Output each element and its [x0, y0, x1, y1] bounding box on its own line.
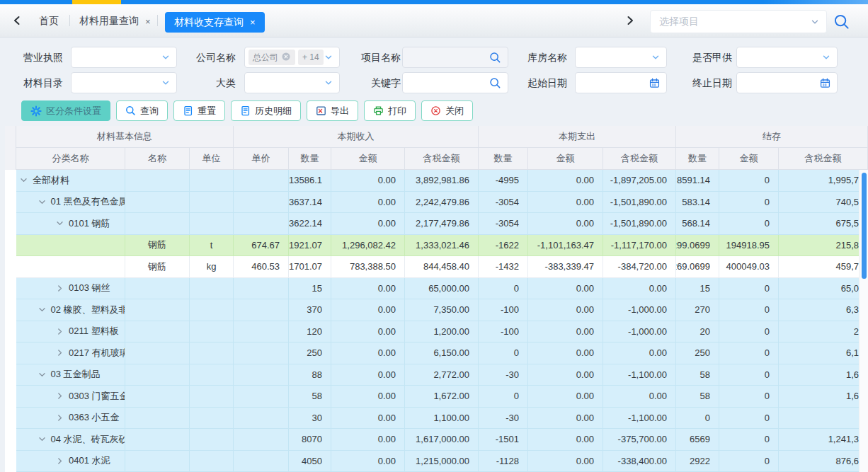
collapse-arrow-icon[interactable] [56, 457, 64, 465]
table-row[interactable]: 全部材料13586.10.003,892,981.86-49950.00-1,8… [5, 170, 868, 192]
calendar-icon[interactable] [649, 78, 660, 88]
expand-arrow-icon[interactable] [56, 219, 64, 227]
collapse-arrow-icon[interactable] [56, 328, 64, 335]
value-cell: -375,700.00 [603, 429, 676, 451]
table-row[interactable]: 钢筋t674.671921.071,296,082.421,333,021.46… [5, 235, 868, 257]
tab-divider [157, 15, 158, 26]
warehouse-name-select[interactable] [575, 47, 667, 68]
tabs-back-icon[interactable] [11, 15, 23, 26]
vertical-scrollbar-thumb[interactable] [862, 173, 867, 279]
value-cell: 0.00 [331, 170, 405, 192]
table-row[interactable]: 0303 门窗五金580.001,672.0000.000.005801,6 [5, 386, 868, 408]
expand-arrow-icon[interactable] [38, 435, 46, 443]
table-row[interactable]: 01 黑色及有色金属3637.140.002,242,479.86-30540.… [5, 192, 868, 214]
table-row[interactable]: 0217 有机玻璃2500.006,150.0000.000.0025006,1 [5, 343, 868, 364]
table-row[interactable]: 0103 钢丝150.0065,000.0000.000.0015065,0 [5, 278, 868, 300]
table-row[interactable]: 钢筋kg460.531701.07783,388.50844,458.40-14… [5, 256, 868, 278]
doc-icon [183, 105, 193, 116]
category-name: 0401 水泥 [69, 454, 110, 467]
name-cell [125, 386, 190, 408]
tabs-forward-icon[interactable] [624, 15, 636, 26]
value-cell: 0.00 [528, 170, 603, 192]
expand-arrow-icon[interactable] [38, 306, 46, 313]
value-cell [234, 364, 289, 386]
value-cell: 20 [676, 321, 719, 343]
expand-arrow-icon[interactable] [38, 198, 46, 206]
category-name: 0217 有机玻璃 [69, 347, 125, 359]
collapse-arrow-icon[interactable] [56, 349, 64, 357]
category-cell: 04 水泥、砖瓦灰砂制品 [16, 429, 125, 451]
value-cell: -1,897,205.00 [603, 170, 676, 192]
vertical-scrollbar-track[interactable] [859, 170, 868, 472]
table-row[interactable]: 0401 水泥40500.001,215,000.00-11280.00-338… [5, 451, 868, 472]
business-license-select[interactable] [71, 47, 177, 68]
value-cell: 194918.95 [719, 235, 779, 257]
project-search-icon[interactable] [833, 13, 850, 30]
value-cell: 2,772.00 [405, 364, 479, 386]
value-cell: 2 [779, 321, 868, 343]
filter-label: 项目名称 [333, 47, 401, 68]
end-date-input[interactable] [736, 72, 838, 93]
query-button[interactable]: 查询 [116, 100, 168, 121]
filter-label: 终止日期 [664, 72, 732, 93]
start-date-input[interactable] [575, 72, 667, 93]
project-select[interactable]: 选择项目 [650, 10, 827, 33]
value-cell: 1,100.00 [405, 408, 479, 430]
category-cell: 全部材料 [16, 170, 125, 192]
table-row[interactable]: 03 五金制品880.002,772.00-300.00-1,100.00580… [5, 364, 868, 386]
is-owner-supplied-select[interactable] [736, 47, 838, 68]
keyword-search[interactable] [402, 72, 508, 93]
value-cell: -1,117,170.00 [603, 235, 676, 257]
close-tab-icon[interactable]: × [250, 17, 256, 28]
value-cell [779, 408, 868, 430]
category-cell: 0217 有机玻璃 [16, 343, 125, 364]
expand-arrow-icon[interactable] [38, 371, 46, 379]
print-button[interactable]: 打印 [364, 100, 416, 121]
home-tab[interactable]: 首页 [39, 15, 59, 28]
row-spacer [5, 235, 16, 257]
value-cell: 0.00 [331, 408, 405, 430]
column-group-header: 本期支出 [479, 126, 676, 148]
value-cell: 370 [289, 299, 331, 321]
value-cell [234, 429, 289, 451]
value-cell: -384,720.00 [603, 256, 676, 278]
collapse-arrow-icon[interactable] [56, 284, 64, 292]
table-row[interactable]: 0101 钢筋3622.140.002,177,479.86-30540.00-… [5, 213, 868, 235]
expand-arrow-icon[interactable] [20, 176, 28, 184]
collapse-arrow-icon[interactable] [56, 392, 64, 400]
table-row[interactable]: 0211 塑料板1200.001,200.00-1000.00-1,000.00… [5, 321, 868, 343]
name-cell [125, 213, 190, 235]
export-button[interactable]: 导出 [307, 100, 358, 121]
name-cell [125, 299, 190, 321]
column-header: 单位 [190, 148, 234, 170]
value-cell: 7,350.00 [405, 299, 479, 321]
selected-tags: 总公司 + 14 [249, 50, 324, 65]
reset-button[interactable]: 重置 [173, 100, 225, 121]
row-spacer [5, 386, 16, 408]
close-tab-icon[interactable]: × [145, 16, 151, 27]
row-spacer [5, 364, 16, 386]
collapse-arrow-icon[interactable] [56, 414, 64, 422]
row-spacer [5, 192, 16, 214]
value-cell: 3,892,981.86 [405, 170, 479, 192]
company-name-select[interactable]: 总公司 + 14 [244, 47, 340, 68]
history-detail-button[interactable]: 历史明细 [231, 100, 301, 121]
calendar-icon[interactable] [820, 78, 830, 88]
tab-material-usage-query[interactable]: 材料用量查询 × [79, 15, 151, 28]
table-row[interactable]: 02 橡胶、塑料及非金属材料3700.007,350.00-1000.00-1,… [5, 299, 868, 321]
value-cell [234, 408, 289, 430]
value-cell: 1,995,7 [779, 170, 868, 192]
material-catalog-select[interactable] [71, 72, 177, 93]
unit-cell [190, 278, 234, 300]
project-name-search[interactable] [402, 47, 508, 68]
major-category-select[interactable] [244, 72, 340, 93]
project-select-placeholder: 选择项目 [659, 16, 811, 28]
unit-cell [190, 299, 234, 321]
close-button[interactable]: 关闭 [421, 100, 473, 121]
condition-settings-button[interactable]: 区分条件设置 [21, 100, 110, 121]
table-row[interactable]: 04 水泥、砖瓦灰砂制品80700.001,617,000.00-15010.0… [5, 429, 868, 451]
table-row[interactable]: 0363 小五金300.001,100.00-300.00-1,100.0000 [5, 408, 868, 430]
tab-material-inventory-query[interactable]: 材料收支存查询 × [165, 12, 265, 33]
value-cell: -3054 [479, 213, 528, 235]
tag-close-icon[interactable] [281, 52, 291, 64]
